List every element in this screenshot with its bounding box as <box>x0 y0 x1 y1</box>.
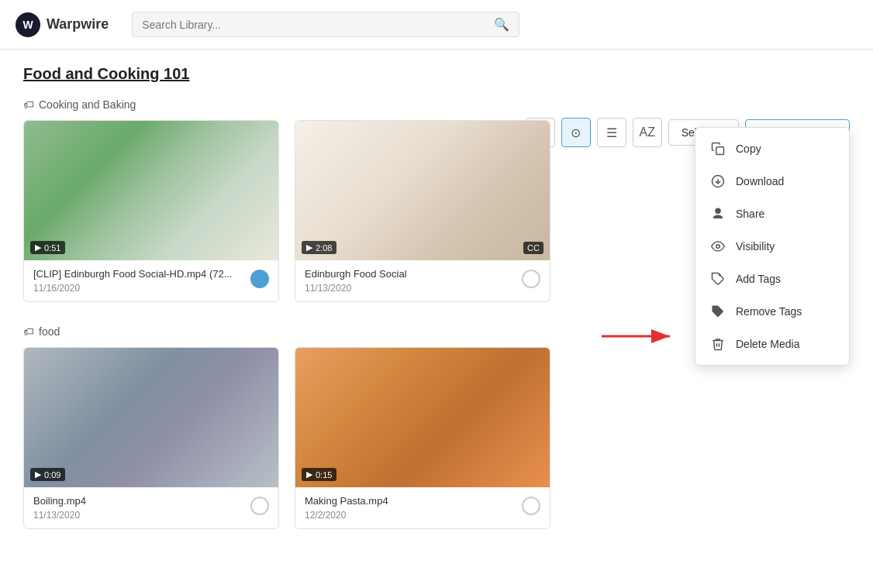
video-title-v2: Edinburgh Food Social <box>305 268 522 280</box>
share-label: Share <box>736 208 764 220</box>
visibility-icon <box>709 238 726 255</box>
video-thumbnail-v2[interactable]: ▶ 2:08 CC <box>295 121 550 260</box>
delete-media-label: Delete Media <box>736 338 800 350</box>
video-info-v1: [CLIP] Edinburgh Food Social-HD.mp4 (72.… <box>24 260 278 301</box>
video-select-v2[interactable] <box>522 270 540 288</box>
video-date-v4: 12/2/2020 <box>305 510 522 521</box>
video-card-v3: ▶ 0:09 Boiling.mp4 11/13/2020 <box>23 347 279 529</box>
dropdown-menu: Copy Download Share <box>695 127 850 366</box>
tag-icon-food: 🏷 <box>23 325 34 338</box>
dropdown-item-download[interactable]: Download <box>695 165 849 198</box>
tag-icon-cooking-baking: 🏷 <box>23 98 34 111</box>
video-title-v1: [CLIP] Edinburgh Food Social-HD.mp4 (72.… <box>33 268 250 280</box>
duration-badge-v1: ▶ 0:51 <box>30 241 65 254</box>
dropdown-item-copy[interactable]: Copy <box>695 132 849 165</box>
logo-text: Warpwire <box>47 16 109 33</box>
video-details-v2: Edinburgh Food Social 11/13/2020 <box>305 268 522 294</box>
video-select-v1[interactable] <box>250 270 269 288</box>
sort-button[interactable]: AZ <box>633 118 662 147</box>
video-card-v2: ▶ 2:08 CC Edinburgh Food Social 11/13/20… <box>295 120 550 302</box>
copy-icon <box>709 140 726 157</box>
batch-actions-dropdown: Copy Download Share <box>695 127 850 366</box>
video-info-v2: Edinburgh Food Social 11/13/2020 <box>295 260 550 301</box>
add-tags-icon <box>709 270 726 287</box>
video-details-v3: Boiling.mp4 11/13/2020 <box>33 495 250 521</box>
cc-badge-v2: CC <box>523 242 543 254</box>
dropdown-item-share[interactable]: Share <box>695 198 849 230</box>
video-details-v1: [CLIP] Edinburgh Food Social-HD.mp4 (72.… <box>33 268 250 294</box>
dropdown-item-delete[interactable]: Delete Media <box>695 328 849 360</box>
dropdown-item-visibility[interactable]: Visibility <box>695 230 849 263</box>
video-date-v3: 11/13/2020 <box>33 510 250 521</box>
circle-view-button[interactable]: ⊙ <box>561 118 591 147</box>
copy-label: Copy <box>736 143 761 155</box>
svg-point-3 <box>716 245 720 249</box>
delete-icon <box>709 335 726 352</box>
svg-rect-0 <box>716 147 724 155</box>
app-header: W Warpwire 🔍 <box>0 0 873 50</box>
search-icon[interactable]: 🔍 <box>494 17 509 32</box>
arrow-svg <box>602 327 679 346</box>
share-icon <box>709 205 726 222</box>
main-content: Food and Cooking 101 + ⊙ ☰ AZ Select All… <box>0 50 873 568</box>
list-view-button[interactable]: ☰ <box>597 118 626 147</box>
download-icon <box>709 173 726 190</box>
visibility-label: Visibility <box>736 240 775 253</box>
video-thumbnail-v4[interactable]: ▶ 0:15 <box>295 348 550 487</box>
video-thumbnail-v1[interactable]: ▶ 0:51 <box>24 121 278 260</box>
remove-tags-icon <box>709 303 726 320</box>
arrow-indicator <box>602 327 679 346</box>
video-select-v4[interactable] <box>522 497 540 515</box>
duration-badge-v4: ▶ 0:15 <box>302 468 336 481</box>
video-select-v3[interactable] <box>250 497 269 515</box>
logo-icon: W <box>16 12 40 37</box>
search-input[interactable] <box>142 19 494 31</box>
duration-badge-v2: ▶ 2:08 <box>302 241 336 254</box>
video-title-v3: Boiling.mp4 <box>33 495 250 507</box>
video-date-v2: 11/13/2020 <box>305 283 522 294</box>
tag-cooking-baking[interactable]: 🏷 Cooking and Baking <box>23 98 850 111</box>
remove-tags-label: Remove Tags <box>736 305 802 318</box>
video-thumbnail-v3[interactable]: ▶ 0:09 <box>24 348 278 487</box>
video-info-v4: Making Pasta.mp4 12/2/2020 <box>295 487 550 528</box>
duration-badge-v3: ▶ 0:09 <box>30 468 65 481</box>
dropdown-item-remove-tags[interactable]: Remove Tags <box>695 295 849 328</box>
tag-label-food: food <box>39 325 60 338</box>
search-bar: 🔍 <box>132 12 519 37</box>
video-date-v1: 11/16/2020 <box>33 283 250 294</box>
add-tags-label: Add Tags <box>736 273 781 285</box>
page-title: Food and Cooking 101 <box>23 65 850 83</box>
video-details-v4: Making Pasta.mp4 12/2/2020 <box>305 495 522 521</box>
tag-label-cooking-baking: Cooking and Baking <box>39 98 136 111</box>
video-info-v3: Boiling.mp4 11/13/2020 <box>24 487 278 528</box>
video-card-v4: ▶ 0:15 Making Pasta.mp4 12/2/2020 <box>295 347 550 529</box>
video-card-v1: ▶ 0:51 [CLIP] Edinburgh Food Social-HD.m… <box>23 120 279 302</box>
video-title-v4: Making Pasta.mp4 <box>305 495 522 507</box>
dropdown-item-add-tags[interactable]: Add Tags <box>695 263 849 295</box>
logo: W Warpwire <box>16 12 109 37</box>
download-label: Download <box>736 175 784 187</box>
